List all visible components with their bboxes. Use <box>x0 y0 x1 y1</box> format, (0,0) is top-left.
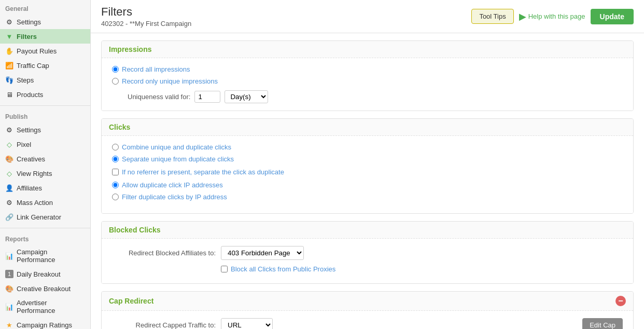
daily-breakout-icon: 1 <box>5 270 13 278</box>
page-title: Filters <box>101 5 191 19</box>
rights-icon: ◇ <box>5 169 13 177</box>
pub-settings-icon: ⚙ <box>5 126 13 134</box>
sidebar-item-campaign-performance[interactable]: 📊 Campaign Performance <box>0 245 90 267</box>
uniqueness-value-input[interactable] <box>194 91 220 103</box>
sidebar-item-products[interactable]: 🖥 Products <box>0 87 90 102</box>
edit-cap-button[interactable]: Edit Cap <box>582 318 623 329</box>
sidebar-item-pub-settings[interactable]: ⚙ Settings <box>0 122 90 137</box>
cap-redirect-section: Cap Redirect − Redirect Capped Traffic t… <box>101 291 634 329</box>
campaign-perf-icon: 📊 <box>5 252 13 260</box>
pixel-icon: ◇ <box>5 140 13 148</box>
clicks-radio-group: Combine unique and duplicate clicks Sepa… <box>112 143 623 163</box>
tooltips-button[interactable]: Tool Tips <box>471 9 513 24</box>
campaign-ratings-icon: ★ <box>5 321 13 329</box>
help-button[interactable]: ▶ Help with this page <box>519 11 585 22</box>
sidebar: General ⚙ Settings ▼ Filters ✋ Payout Ru… <box>0 0 91 329</box>
link-generator-icon: 🔗 <box>5 213 13 221</box>
settings-icon: ⚙ <box>5 18 13 26</box>
sidebar-item-advertiser-performance[interactable]: 📊 Advertiser Performance <box>0 296 90 318</box>
sidebar-item-mass-action[interactable]: ⚙ Mass Action <box>0 195 90 210</box>
clicks-checkbox-referrer[interactable]: If no referrer is present, separate the … <box>112 168 623 176</box>
clicks-radio-filter-ip[interactable]: Filter duplicate clicks by IP address <box>112 193 623 201</box>
clicks-radio-separate[interactable]: Separate unique from duplicate clicks <box>112 155 623 163</box>
sidebar-item-pixel[interactable]: ◇ Pixel <box>0 137 90 152</box>
redirect-capped-select[interactable]: URL Offer Custom <box>221 318 273 329</box>
publish-section-label: Publish <box>0 108 90 122</box>
clicks-section: Clicks Combine unique and duplicate clic… <box>101 118 634 214</box>
payout-icon: ✋ <box>5 47 13 55</box>
redirect-capped-row: Redirect Capped Traffic to: URL Offer Cu… <box>112 318 376 329</box>
clicks-body: Combine unique and duplicate clicks Sepa… <box>102 136 633 213</box>
sidebar-item-traffic-cap[interactable]: 📶 Traffic Cap <box>0 58 90 73</box>
update-button[interactable]: Update <box>591 9 634 24</box>
blocked-clicks-header: Blocked Clicks <box>102 222 633 239</box>
page-header: Filters 402302 - **My First Campaign Too… <box>91 0 644 33</box>
uniqueness-row: Uniqueness valid for: Hour(s) Day(s) Wee… <box>128 90 623 103</box>
sidebar-item-filters[interactable]: ▼ Filters <box>0 29 90 44</box>
campaign-id: 402302 - **My First Campaign <box>101 20 191 28</box>
main-content: Filters 402302 - **My First Campaign Too… <box>91 0 644 329</box>
help-icon: ▶ <box>519 11 526 22</box>
affiliates-icon: 👤 <box>5 184 13 192</box>
sidebar-item-link-generator[interactable]: 🔗 Link Generator <box>0 210 90 224</box>
advertiser-perf-icon: 📊 <box>5 303 13 311</box>
block-proxies-checkbox[interactable]: Block all Clicks from Public Proxies <box>221 265 623 273</box>
sidebar-item-view-rights[interactable]: ◇ View Rights <box>0 166 90 181</box>
sidebar-item-steps[interactable]: 👣 Steps <box>0 73 90 87</box>
redirect-blocked-select[interactable]: 403 Forbidden Page 404 Not Found Custom … <box>221 246 304 260</box>
general-section-label: General <box>0 0 90 15</box>
impressions-header: Impressions <box>102 41 633 58</box>
cap-redirect-collapse-icon[interactable]: − <box>615 296 626 306</box>
impressions-radio-all[interactable]: Record all impressions <box>112 65 623 73</box>
cap-redirect-body: Redirect Capped Traffic to: URL Offer Cu… <box>102 311 633 329</box>
impressions-section: Impressions Record all impressions Recor… <box>101 40 634 111</box>
impressions-body: Record all impressions Record only uniqu… <box>102 58 633 111</box>
impressions-radio-group: Record all impressions Record only uniqu… <box>112 65 623 85</box>
clicks-ip-radio-group: Allow duplicate click IP addresses Filte… <box>112 181 623 201</box>
products-icon: 🖥 <box>5 90 13 99</box>
reports-section-label: Reports <box>0 230 90 245</box>
blocked-clicks-section: Blocked Clicks Redirect Blocked Affiliat… <box>101 221 634 284</box>
sidebar-item-daily-breakout[interactable]: 1 Daily Breakout <box>0 267 90 281</box>
content-body: Impressions Record all impressions Recor… <box>91 40 644 329</box>
sidebar-item-affiliates[interactable]: 👤 Affiliates <box>0 181 90 195</box>
sidebar-item-settings[interactable]: ⚙ Settings <box>0 15 90 29</box>
impressions-radio-unique[interactable]: Record only unique impressions <box>112 77 623 85</box>
sidebar-item-campaign-ratings[interactable]: ★ Campaign Ratings <box>0 318 90 329</box>
sidebar-item-creatives[interactable]: 🎨 Creatives <box>0 152 90 166</box>
blocked-clicks-title: Blocked Clicks <box>109 226 161 234</box>
redirect-blocked-label: Redirect Blocked Affiliates to: <box>112 249 216 257</box>
clicks-header: Clicks <box>102 119 633 136</box>
clicks-radio-combine[interactable]: Combine unique and duplicate clicks <box>112 143 623 151</box>
header-left: Filters 402302 - **My First Campaign <box>101 5 191 28</box>
redirect-capped-label: Redirect Capped Traffic to: <box>112 321 216 329</box>
sidebar-item-creative-breakout[interactable]: 🎨 Creative Breakout <box>0 281 90 296</box>
cap-redirect-inner: Redirect Capped Traffic to: URL Offer Cu… <box>112 318 623 329</box>
filter-icon: ▼ <box>5 32 13 40</box>
cap-redirect-header: Cap Redirect − <box>102 292 633 311</box>
cap-redirect-title: Cap Redirect <box>109 297 153 305</box>
mass-action-icon: ⚙ <box>5 198 13 207</box>
steps-icon: 👣 <box>5 76 13 84</box>
header-right: Tool Tips ▶ Help with this page Update <box>471 9 634 24</box>
block-proxies-row: Block all Clicks from Public Proxies <box>221 265 623 273</box>
uniqueness-unit-select[interactable]: Hour(s) Day(s) Week(s) <box>225 90 268 103</box>
traffic-icon: 📶 <box>5 61 13 70</box>
sidebar-item-payout-rules[interactable]: ✋ Payout Rules <box>0 44 90 58</box>
clicks-title: Clicks <box>109 123 130 131</box>
cap-redirect-controls: Redirect Capped Traffic to: URL Offer Cu… <box>112 318 376 329</box>
impressions-title: Impressions <box>109 45 151 53</box>
blocked-clicks-body: Redirect Blocked Affiliates to: 403 Forb… <box>102 239 633 283</box>
creatives-icon: 🎨 <box>5 155 13 163</box>
clicks-radio-allow-ip[interactable]: Allow duplicate click IP addresses <box>112 181 623 189</box>
creative-breakout-icon: 🎨 <box>5 284 13 293</box>
redirect-blocked-row: Redirect Blocked Affiliates to: 403 Forb… <box>112 246 623 260</box>
